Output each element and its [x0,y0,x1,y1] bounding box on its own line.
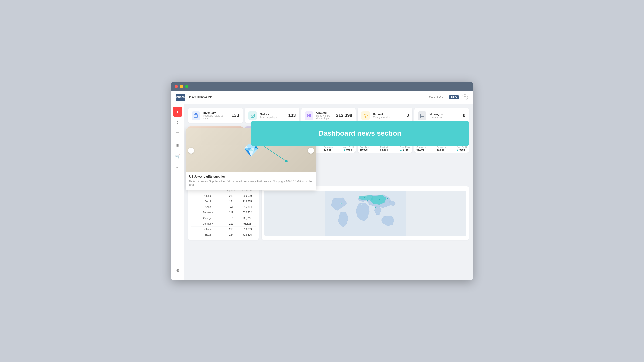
orders-stat-name: Orders [260,113,285,116]
cell-country: Brazil [192,233,223,236]
orders-icon: ✓ [176,165,179,170]
table-row: China219999,999 [191,193,256,199]
orders-stat-info: Orders Total dropships [260,113,285,119]
news-next-button[interactable]: › [308,148,314,154]
sidebar-item-analytics[interactable]: ⌇ [173,118,182,128]
cell-country: Germany [192,222,223,225]
news-banner-text: Dashboard news section [318,129,401,137]
cell-suppliers: 164 [223,233,239,236]
cell-products: 999,999 [239,195,255,197]
deposit-stat-value: 0 [406,113,409,118]
header: 365DROPSHIP DASHBOARD Curent Plan: PRO ? [171,91,473,104]
catalog-stat-sub: Ready to be dropshipped [316,114,333,120]
plan-badge: PRO [449,95,459,99]
cell-suppliers: 164 [223,200,239,203]
table-row: Georgia9735,322 [191,215,256,221]
cell-products: 718,325 [239,200,255,203]
titlebar [171,82,473,91]
cell-products: 716,325 [239,233,255,236]
news-banner: Dashboard news section [251,121,469,146]
analytics-icon: ⌇ [177,121,179,125]
close-dot[interactable] [175,85,178,88]
table-row: Germany219532,432 [191,210,256,215]
cell-products: 999,999 [239,228,255,231]
catalog-stat-info: Catalog Ready to be dropshipped [316,111,333,120]
cell-suppliers: 73 [223,206,239,208]
sidebar-item-cart[interactable]: 🛒 [173,151,182,161]
svg-point-6 [379,199,380,200]
cell-country: Georgia [192,217,223,220]
cell-suppliers: 219 [223,195,239,197]
cell-country: China [192,195,223,197]
cell-country: Brazil [192,200,223,203]
inventory-stat-info: Inventory Products ready to sync [203,111,229,120]
news-navigation: ‹ › [186,148,316,154]
messages-stat-name: Messages [429,113,460,116]
deposit-stat-info: Deposit Money invested [373,113,403,119]
cart-icon: 🛒 [175,154,180,159]
cell-suppliers: 97 [223,217,239,220]
cell-country: China [192,228,223,231]
svg-point-9 [361,204,361,205]
cell-country: Russia [192,206,223,208]
world-map-svg [264,191,466,236]
catalog-stat-name: Catalog [316,111,333,114]
orders-stat-sub: Total dropships [260,116,285,119]
inventory-icon: ▣ [176,143,179,148]
sidebar-item-orders[interactable]: ✓ [173,162,182,172]
inventory-stat-name: Inventory [203,111,229,114]
svg-point-7 [387,198,388,199]
cell-suppliers: 219 [223,211,239,214]
table-row: Germany21995,325 [191,221,256,227]
deposit-stat-sub: Money invested [373,116,403,119]
deposit-stat-icon [361,111,370,120]
minimize-dot[interactable] [180,85,183,88]
inventory-stat-icon [192,111,200,120]
main-content: Inventory Products ready to sync 133 Ord… [184,104,473,280]
messages-stat-info: Messages Lorem ipsum [429,113,460,119]
world-map [264,191,466,236]
news-body: US Jewelry gifts supplier NEW US Jewelry… [186,172,316,190]
sidebar-item-home[interactable]: ● [173,107,182,117]
table-row: Brazil164716,325 [191,232,256,237]
orders-stat-value: 133 [288,113,296,118]
inventory-stat-sub: Products ready to sync [203,114,229,120]
map-section [262,186,469,240]
maximize-dot[interactable] [185,85,188,88]
svg-rect-1 [251,114,254,117]
svg-point-11 [367,200,368,201]
svg-point-8 [364,197,365,198]
sidebar-item-inventory[interactable]: ▣ [173,140,182,150]
news-prev-button[interactable]: ‹ [188,148,194,154]
messages-stat-icon [418,111,426,120]
news-title: US Jewelry gifts supplier [189,175,313,178]
app-window: 365DROPSHIP DASHBOARD Curent Plan: PRO ?… [171,82,473,280]
cell-products: 532,432 [239,211,255,214]
catalog-stat-icon [305,111,313,120]
home-icon: ● [176,110,179,114]
svg-point-10 [341,203,342,204]
svg-rect-0 [194,115,198,117]
sidebar-item-list[interactable]: ☰ [173,129,182,139]
bottom-row: 💎 ‹ › US Jewelry gifts supplier NEW US J… [188,156,469,240]
cell-products: 35,322 [239,217,255,220]
app-body: ● ⌇ ☰ ▣ 🛒 ✓ ⚙ [171,104,473,280]
logo: 365DROPSHIP [176,94,185,101]
page-title: DASHBOARD [189,95,213,99]
cell-suppliers: 219 [223,228,239,231]
deposit-stat-name: Deposit [373,113,403,116]
table-row: Russia73245,354 [191,204,256,210]
cell-suppliers: 219 [223,222,239,225]
settings-button[interactable]: ⚙ [173,266,182,275]
cell-products: 245,354 [239,206,255,208]
help-button[interactable]: ? [462,94,468,100]
plan-label: Curent Plan: [429,96,446,99]
catalog-stat-value: 212,398 [336,113,352,118]
header-right: Curent Plan: PRO ? [429,94,468,100]
cell-products: 95,325 [239,222,255,225]
messages-stat-sub: Lorem ipsum [429,116,460,119]
suppliers-table-section: Suppliers Products China219999,999Brazil… [188,186,259,240]
svg-point-12 [375,207,376,208]
orders-stat-icon [248,111,257,120]
inventory-stat-value: 133 [232,113,239,118]
